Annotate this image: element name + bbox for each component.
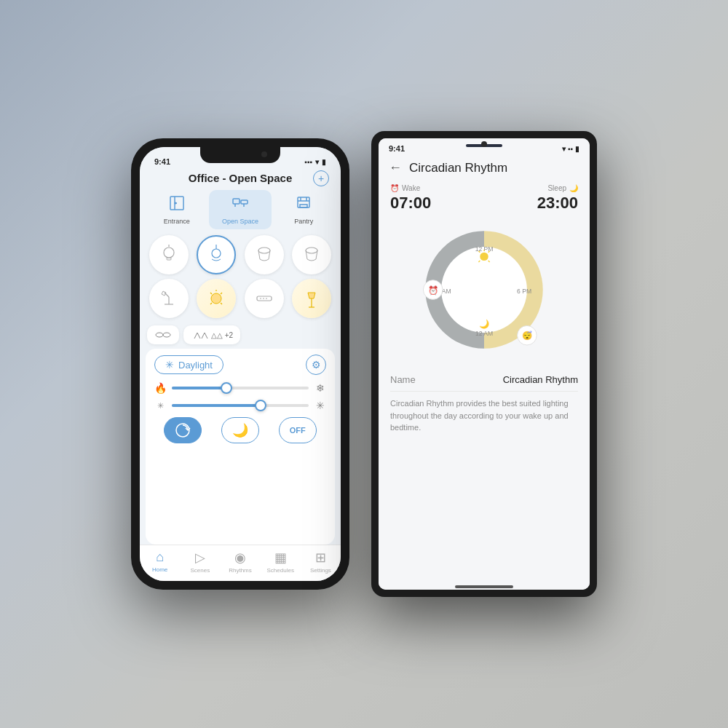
sleep-label: Sleep <box>547 184 566 192</box>
android-device: 9:41 ▾ ▪▪ ▮ ← Circadian Rhythm ⏰ Wake <box>371 131 597 597</box>
iphone-camera <box>261 151 267 157</box>
scenes-icon: ▷ <box>195 550 205 566</box>
svg-text:🌙: 🌙 <box>479 319 490 329</box>
cold-icon: ❄ <box>314 382 326 394</box>
warm-icon: 🔥 <box>154 382 166 394</box>
sleep-time: 23:00 <box>537 194 578 213</box>
svg-text:6 PM: 6 PM <box>517 288 531 295</box>
entrance-label: Entrance <box>164 218 190 225</box>
svg-point-26 <box>163 333 170 337</box>
light-item-8[interactable] <box>292 279 331 318</box>
nav-schedules[interactable]: ▦ Schedules <box>261 550 301 574</box>
android-home-bar <box>455 585 513 588</box>
svg-point-10 <box>258 248 270 253</box>
off-mode-button[interactable]: OFF <box>279 417 317 443</box>
alarm-icon: ⏰ <box>390 184 399 192</box>
signal-icon: ▪▪▪ <box>304 158 312 166</box>
svg-point-25 <box>156 333 163 337</box>
home-nav-label: Home <box>152 566 167 573</box>
room-tab-openspace[interactable]: Open Space <box>209 190 271 229</box>
nav-home[interactable]: ⌂ Home <box>140 550 180 574</box>
info-name-label: Name <box>390 374 416 385</box>
entrance-icon <box>168 194 186 216</box>
nav-scenes[interactable]: ▷ Scenes <box>180 550 220 574</box>
iphone-time: 9:41 <box>154 157 170 166</box>
moon-mode-button[interactable]: 🌙 <box>221 417 259 443</box>
info-section: Name Circadian Rhythm Circadian Rhythm p… <box>379 364 590 590</box>
room-tab-pantry[interactable]: Pantry <box>273 190 335 229</box>
light-item-2[interactable] <box>197 235 236 274</box>
circadian-dial: 12 PM 12 AM 6 AM 6 PM 🌙 ⏰ <box>379 218 590 364</box>
wake-label-row: ⏰ Wake <box>390 184 431 192</box>
rhythms-icon: ◉ <box>234 550 246 566</box>
android-screen: 9:41 ▾ ▪▪ ▮ ← Circadian Rhythm ⏰ Wake <box>379 138 590 590</box>
sleep-block: Sleep 🌙 23:00 <box>537 184 578 213</box>
add-button[interactable]: + <box>313 170 329 186</box>
svg-point-1 <box>175 202 176 204</box>
daylight-pill[interactable]: ✳ Daylight <box>154 355 223 374</box>
page-title: Office - Open Space <box>189 172 293 184</box>
warmth-slider[interactable] <box>172 387 309 389</box>
light-grid <box>140 229 341 324</box>
android-time: 9:41 <box>389 144 405 153</box>
schedules-nav-label: Schedules <box>267 567 294 574</box>
dim-icon: ✳ <box>154 401 166 411</box>
iphone-device: 9:41 ▪▪▪ ▾ ▮ Office - Open Space + <box>131 138 349 590</box>
group-item-1[interactable] <box>147 325 179 344</box>
wake-label: Wake <box>402 184 420 192</box>
rhythms-nav-label: Rhythms <box>229 567 252 574</box>
off-label: OFF <box>290 426 306 435</box>
group-row: △△ +2 <box>140 324 341 349</box>
settings-button[interactable]: ⚙ <box>306 355 326 375</box>
svg-point-9 <box>212 249 221 258</box>
android-wifi-icon: ▾ <box>562 145 566 153</box>
nav-settings[interactable]: ⊞ Settings <box>301 550 341 574</box>
android-camera <box>481 141 487 147</box>
light-item-3[interactable] <box>245 235 284 274</box>
brightness-slider-fill <box>172 404 261 407</box>
wake-block: ⏰ Wake 07:00 <box>390 184 431 213</box>
android-status-icons: ▾ ▪▪ ▮ <box>562 145 579 153</box>
warmth-slider-fill <box>172 387 226 389</box>
group-item-2[interactable]: △△ +2 <box>183 325 240 344</box>
info-name-value: Circadian Rhythm <box>503 374 578 385</box>
brightness-slider[interactable] <box>172 404 309 407</box>
group-item-label: △△ +2 <box>211 331 233 339</box>
svg-point-15 <box>211 293 221 304</box>
iphone-status-icons: ▪▪▪ ▾ ▮ <box>304 158 326 166</box>
pantry-label: Pantry <box>294 218 313 225</box>
nav-rhythms[interactable]: ◉ Rhythms <box>220 550 260 574</box>
light-item-1[interactable] <box>149 235 189 274</box>
android-header: ← Circadian Rhythm <box>379 156 590 181</box>
light-item-7[interactable] <box>245 279 284 318</box>
light-item-4[interactable] <box>292 235 331 274</box>
room-tab-entrance[interactable]: Entrance <box>146 190 207 229</box>
home-icon: ⌂ <box>156 550 164 565</box>
warmth-slider-row: 🔥 ❄ <box>154 382 326 394</box>
svg-text:12 AM: 12 AM <box>475 330 493 337</box>
brightness-slider-thumb[interactable] <box>255 400 266 411</box>
warmth-slider-thumb[interactable] <box>221 382 232 394</box>
android-battery-icon: ▮ <box>575 145 579 153</box>
svg-text:⏰: ⏰ <box>428 285 439 296</box>
svg-rect-2 <box>233 199 240 204</box>
svg-rect-6 <box>167 258 171 260</box>
light-item-6[interactable] <box>197 279 236 318</box>
daylight-selector: ✳ Daylight ⚙ <box>154 355 326 375</box>
svg-line-18 <box>221 303 222 304</box>
iphone-notch <box>200 147 280 163</box>
scenes-nav-label: Scenes <box>190 567 210 574</box>
light-item-5[interactable] <box>149 279 189 318</box>
wake-time: 07:00 <box>390 194 431 213</box>
svg-point-33 <box>480 253 488 261</box>
schedules-icon: ▦ <box>274 550 287 566</box>
info-description: Circadian Rhythm provides the best suite… <box>390 392 578 434</box>
back-button[interactable]: ← <box>389 160 402 175</box>
android-page-title: Circadian Rhythm <box>409 161 507 175</box>
settings-nav-icon: ⊞ <box>315 550 326 566</box>
svg-rect-5 <box>300 205 307 207</box>
svg-text:😴: 😴 <box>522 331 533 341</box>
svg-line-17 <box>221 293 222 294</box>
battery-icon: ▮ <box>322 158 326 166</box>
rhythm-mode-button[interactable] <box>164 417 202 443</box>
